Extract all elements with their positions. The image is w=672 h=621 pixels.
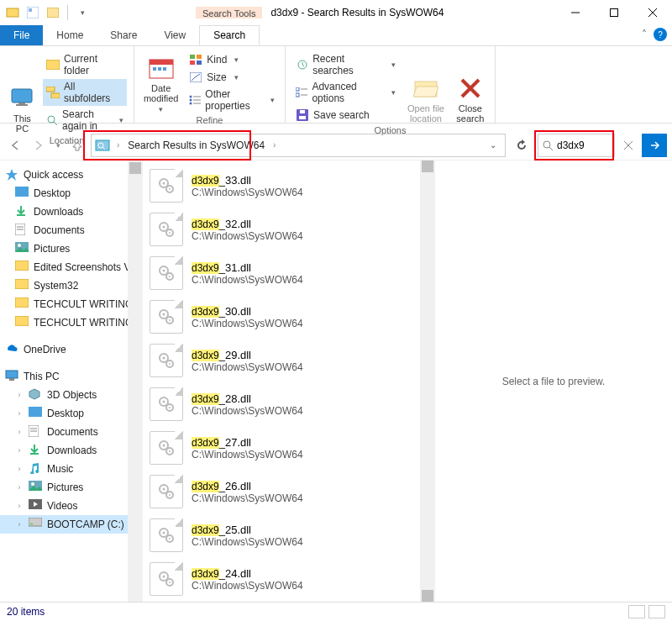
result-filename: d3dx9_31.dll xyxy=(192,261,303,274)
list-scrollbar[interactable] xyxy=(420,161,435,602)
svg-rect-12 xyxy=(46,87,55,92)
result-row[interactable]: d3dx9_30.dll C:\Windows\SysWOW64 xyxy=(143,295,420,339)
sidebar-item[interactable]: ›Desktop xyxy=(0,404,143,423)
folder-icon xyxy=(46,58,60,71)
refresh-button[interactable] xyxy=(509,134,534,157)
monitor-icon xyxy=(8,85,35,112)
result-filename: d3dx9_30.dll xyxy=(192,305,303,318)
large-icons-view-button[interactable] xyxy=(648,605,665,618)
sidebar-item-downloads[interactable]: Downloads📌 xyxy=(0,203,143,221)
tab-search[interactable]: Search xyxy=(199,25,260,45)
qat-dropdown-icon[interactable]: ▾ xyxy=(75,5,90,20)
result-path: C:\Windows\SysWOW64 xyxy=(192,492,303,504)
result-row[interactable]: d3dx9_26.dll C:\Windows\SysWOW64 xyxy=(143,470,420,513)
result-row[interactable]: d3dx9_31.dll C:\Windows\SysWOW64 xyxy=(143,251,420,295)
expand-icon[interactable]: › xyxy=(15,446,24,455)
expand-icon[interactable]: › xyxy=(15,409,24,418)
expand-icon[interactable]: › xyxy=(15,465,24,473)
tab-view[interactable]: View xyxy=(150,25,199,45)
size-icon xyxy=(189,71,202,84)
result-path: C:\Windows\SysWOW64 xyxy=(192,318,303,329)
sidebar-item[interactable]: ›Documents xyxy=(0,423,143,441)
onedrive-node[interactable]: OneDrive xyxy=(0,340,143,359)
address-segment[interactable]: Search Results in SysWOW64 xyxy=(123,139,270,151)
clear-search-button[interactable] xyxy=(618,134,638,156)
new-folder-icon[interactable] xyxy=(45,5,60,20)
sidebar-item-pictures[interactable]: Pictures📌 xyxy=(0,239,143,258)
dll-file-icon xyxy=(150,169,183,203)
help-icon[interactable]: ? xyxy=(654,28,667,41)
result-row[interactable]: d3dx9_33.dll C:\Windows\SysWOW64 xyxy=(143,164,420,208)
svg-point-67 xyxy=(31,482,34,486)
expand-icon[interactable]: › xyxy=(15,391,24,399)
sidebar-item[interactable]: ›Downloads xyxy=(0,441,143,460)
search-again-option[interactable]: Search again in▾ xyxy=(43,107,127,134)
chevron-right-icon[interactable]: › xyxy=(270,140,279,150)
collapse-ribbon-icon[interactable]: ˄ xyxy=(642,29,647,40)
sidebar-item-desktop[interactable]: Desktop📌 xyxy=(0,184,143,203)
expand-icon[interactable]: › xyxy=(15,520,24,529)
chevron-right-icon[interactable]: › xyxy=(113,140,123,150)
details-view-button[interactable] xyxy=(628,605,645,618)
group-refine-label: Refine xyxy=(141,113,278,128)
search-box[interactable] xyxy=(538,134,615,157)
folder-icon xyxy=(15,187,29,200)
expand-icon[interactable]: › xyxy=(15,428,24,436)
folder-icon xyxy=(15,297,29,311)
sidebar-item[interactable]: ›Videos xyxy=(0,497,143,515)
other-properties-option[interactable]: Other properties▾ xyxy=(186,87,278,113)
advanced-options-option[interactable]: Advanced options▾ xyxy=(292,79,399,106)
recent-locations-button[interactable]: ▾ xyxy=(52,135,64,155)
minimize-button[interactable] xyxy=(556,0,595,25)
sidebar-item[interactable]: ›BOOTCAMP (C:) xyxy=(0,515,143,534)
result-row[interactable]: d3dx9_32.dll C:\Windows\SysWOW64 xyxy=(143,208,420,251)
close-search-button[interactable]: Close search xyxy=(453,50,488,124)
properties-icon[interactable] xyxy=(25,5,40,20)
expand-icon[interactable]: › xyxy=(15,502,24,510)
svg-rect-59 xyxy=(15,316,29,326)
quick-access-node[interactable]: Quick access xyxy=(0,166,143,184)
sidebar-item[interactable]: TECHCULT WRITING xyxy=(0,313,143,332)
result-row[interactable]: d3dx9_27.dll C:\Windows\SysWOW64 xyxy=(143,426,420,470)
maximize-button[interactable] xyxy=(595,0,633,25)
result-row[interactable]: d3dx9_29.dll C:\Windows\SysWOW64 xyxy=(143,339,420,382)
back-button[interactable] xyxy=(5,135,25,155)
kind-option[interactable]: Kind▾ xyxy=(186,51,278,68)
close-button[interactable] xyxy=(633,0,672,25)
forward-button[interactable] xyxy=(29,135,49,155)
this-pc-button[interactable]: This PC xyxy=(7,50,38,134)
address-bar[interactable]: › Search Results in SysWOW64 › ⌄ xyxy=(91,134,506,157)
tab-file[interactable]: File xyxy=(0,25,43,45)
this-pc-node[interactable]: This PC xyxy=(0,367,143,386)
sidebar-item[interactable]: TECHCULT WRITING xyxy=(0,295,143,313)
sidebar-item[interactable]: ›Music xyxy=(0,460,143,478)
tab-home[interactable]: Home xyxy=(43,25,97,45)
save-search-option[interactable]: Save search xyxy=(292,107,399,124)
sidebar-item-documents[interactable]: Documents📌 xyxy=(0,221,143,239)
svg-point-90 xyxy=(169,363,171,365)
tab-share[interactable]: Share xyxy=(97,25,150,45)
result-row[interactable]: d3dx9_25.dll C:\Windows\SysWOW64 xyxy=(143,513,420,557)
sidebar-item[interactable]: ›3D Objects xyxy=(0,386,143,404)
current-folder-option[interactable]: Current folder xyxy=(43,51,127,78)
sidebar-item[interactable]: ›Pictures xyxy=(0,478,143,497)
sidebar-item[interactable]: System32 xyxy=(0,276,143,295)
sidebar-item[interactable]: Edited Screenshots V xyxy=(0,258,143,276)
up-button[interactable] xyxy=(67,135,87,155)
size-option[interactable]: Size▾ xyxy=(186,69,278,86)
sidebar-item-label: Documents xyxy=(34,224,85,236)
recent-searches-option[interactable]: Recent searches▾ xyxy=(292,51,399,78)
sidebar-scrollbar[interactable] xyxy=(128,161,143,602)
result-filename: d3dx9_33.dll xyxy=(192,174,303,187)
svg-point-82 xyxy=(169,276,171,277)
address-dropdown-button[interactable]: ⌄ xyxy=(481,134,505,156)
all-subfolders-option[interactable]: All subfolders xyxy=(43,79,127,106)
dll-file-icon xyxy=(150,518,183,552)
search-go-button[interactable] xyxy=(642,134,667,157)
date-modified-button[interactable]: Date modified▾ xyxy=(141,50,181,113)
svg-rect-33 xyxy=(296,87,299,91)
result-row[interactable]: d3dx9_24.dll C:\Windows\SysWOW64 xyxy=(143,557,420,601)
result-row[interactable]: d3dx9_28.dll C:\Windows\SysWOW64 xyxy=(143,382,420,426)
svg-line-47 xyxy=(549,147,553,150)
expand-icon[interactable]: › xyxy=(15,483,24,492)
